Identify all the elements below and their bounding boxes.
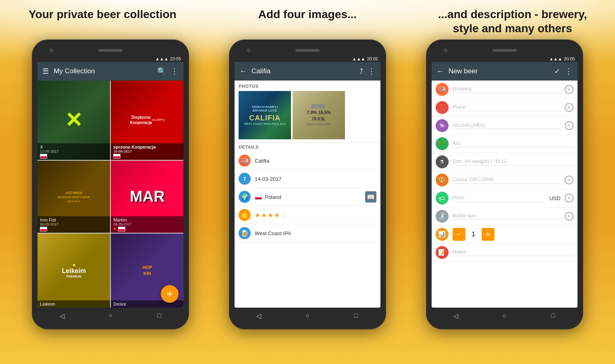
signal-icon: ▲▲▲ (155, 56, 168, 61)
bottle-add-btn[interactable]: + (565, 212, 573, 221)
home-nav-btn-3[interactable]: ○ (500, 311, 509, 321)
recent-nav-btn-1[interactable]: □ (154, 311, 164, 321)
share-icon[interactable]: ⤴ (359, 67, 363, 76)
search-icon[interactable]: 🔍 (157, 67, 166, 76)
book-icon[interactable]: 📖 (365, 191, 376, 203)
ibu-form-icon: 🌿 (436, 137, 449, 150)
date-detail: 14-03-2017 (255, 176, 376, 182)
star-1: ★ (255, 211, 260, 219)
star-2: ★ (261, 211, 267, 219)
country-flag (255, 195, 262, 200)
leikeim-img: ⚜ Leikeim PREMIUM (37, 234, 110, 308)
place-add-btn[interactable]: + (565, 103, 573, 112)
more-icon-2[interactable]: ⋮ (368, 67, 376, 76)
app-title-3: New beer (449, 67, 549, 75)
brewery-add-btn[interactable]: + (565, 85, 573, 94)
colour-field[interactable]: Colour EBC/SRM (453, 176, 561, 184)
recent-nav-btn-2[interactable]: □ (351, 311, 361, 321)
app-bar-3: ← New beer ✓ ⋮ (432, 62, 578, 81)
phones-row: ▲▲▲ 20:05 ☰ My Collection 🔍 ⋮ ✕ (0, 39, 615, 364)
back-nav-btn-3[interactable]: ◁ (451, 311, 461, 321)
flag-pl-1 (40, 154, 47, 159)
camera-icon (50, 48, 54, 52)
detail-califia: 🏭 Califia (239, 152, 376, 170)
quantity-row: 📊 − 1 + (432, 225, 578, 244)
form-colour: 🎨 Colour EBC/SRM + (432, 171, 578, 189)
quantity-minus-btn[interactable]: − (453, 228, 465, 241)
speaker-2 (295, 49, 320, 52)
rating-icon-detail: ⭐ (239, 209, 251, 221)
brewery-field[interactable]: Brewery (453, 86, 561, 93)
country-icon-detail: 🌍 (239, 191, 251, 203)
colour-add-btn[interactable]: + (565, 176, 573, 184)
style-icon-detail: 🍺 (239, 227, 251, 239)
phone-2-top (235, 47, 380, 54)
notes-field[interactable]: Notes (453, 249, 573, 256)
bottom-nav-3: ◁ ○ □ (432, 308, 578, 322)
style-detail: West Coast IPA (255, 230, 376, 236)
main-layout: Your private beer collection Add four im… (0, 0, 615, 364)
kooperacja-label: ≤przona Kooperacja 10-05-2017 (111, 143, 183, 160)
status-bar-2: ▲▲▲ 20:05 (235, 56, 380, 62)
app-bar-1: ☰ My Collection 🔍 ⋮ (37, 62, 183, 81)
date-icon-detail: 7 (239, 173, 251, 185)
place-field[interactable]: Place (453, 104, 561, 111)
app-bar-2: ← Califia ⤴ ⋮ (235, 62, 380, 81)
price-form-icon: 🏷 (436, 192, 449, 205)
status-time-2: 20:05 (367, 56, 378, 61)
star-5: ☆ (280, 211, 286, 219)
quantity-value: 1 (470, 231, 478, 238)
bottle-field[interactable]: Bottle size (453, 213, 561, 220)
hamburger-icon[interactable]: ☰ (42, 67, 49, 76)
grid-item-leikeim[interactable]: ⚜ Leikeim PREMIUM Leikeim (37, 234, 110, 308)
grid-item-ironfist[interactable]: ARTIWENSILESIAN CRAFT BEERESTD 2014 Iron… (37, 161, 110, 233)
new-beer-screen: 🏭 Brewery + 📍 Place + % Alcohol (ABV) (432, 81, 578, 308)
more-icon-1[interactable]: ⋮ (171, 67, 179, 76)
brewery-icon-detail: 🏭 (239, 155, 251, 167)
alcohol-field[interactable]: Alcohol (ABV) (453, 122, 561, 129)
grid-item-x[interactable]: ✕ X 11-05-2017 (37, 81, 110, 160)
detail-screen: PHOTOS TRZECH KUMPLIBROWAR LOTR CALIFIA … (235, 81, 380, 308)
back-nav-btn-2[interactable]: ◁ (254, 311, 264, 321)
home-nav-btn-2[interactable]: ○ (303, 311, 312, 321)
back-icon-2[interactable]: ← (239, 67, 247, 76)
beer-name-detail: Califia (255, 158, 376, 164)
extract-field[interactable]: Extr. (% weight) / °BLG (453, 158, 573, 165)
app-title-2: Califia (251, 67, 355, 75)
ibu-field[interactable]: IBU (453, 140, 573, 147)
alcohol-add-btn[interactable]: + (565, 121, 573, 130)
photo-2[interactable]: ▊▊▊▊▊ 7.0% 16.5% 70 0.5L West Coast IPA (293, 91, 345, 139)
flag-pl-3 (40, 227, 47, 232)
check-icon[interactable]: ✓ (554, 67, 560, 76)
recent-nav-btn-3[interactable]: □ (548, 311, 558, 321)
quantity-plus-btn[interactable]: + (482, 228, 494, 241)
marlon-label: Marlon 06-05-2017 ✕ (111, 216, 183, 233)
price-add-btn[interactable]: + (565, 194, 573, 203)
form-ibu: 🌿 IBU (432, 135, 578, 153)
photos-row: TRZECH KUMPLIBROWAR LOTR CALIFIA WEST CO… (239, 91, 376, 139)
details-section: DETAILS 🏭 Califia 7 14-03-2017 (235, 143, 380, 244)
signal-icon-3: ▲▲▲ (549, 56, 562, 61)
form-extract: ⚗ Extr. (% weight) / °BLG (432, 153, 578, 171)
home-nav-btn-1[interactable]: ○ (106, 311, 115, 321)
flag-pl-4 (118, 227, 125, 232)
bottom-nav-1: ◁ ○ □ (37, 308, 183, 322)
bottle-form-icon: 🍶 (436, 210, 449, 223)
star-4: ★ (274, 211, 280, 219)
more-icon-3[interactable]: ⋮ (565, 67, 573, 76)
form-notes: 📝 Notes (432, 244, 578, 262)
currency-label: USD (549, 195, 560, 201)
bottom-nav-2: ◁ ○ □ (235, 308, 380, 322)
price-field[interactable]: Price (453, 194, 546, 202)
photos-section: PHOTOS TRZECH KUMPLIBROWAR LOTR CALIFIA … (235, 81, 380, 143)
grid-item-marlon[interactable]: MAR Marlon 06-05-2017 ✕ (111, 161, 183, 233)
photo-1[interactable]: TRZECH KUMPLIBROWAR LOTR CALIFIA WEST CO… (239, 91, 291, 139)
grid-item-kooperacja[interactable]: DiepłzonaKooperacjaALIMPO ≤przona Kooper… (111, 81, 183, 160)
star-3: ★ (268, 211, 273, 219)
back-icon-3[interactable]: ← (436, 67, 444, 76)
fab-add-button[interactable]: + (161, 285, 179, 303)
phone-1: ▲▲▲ 20:05 ☰ My Collection 🔍 ⋮ ✕ (32, 39, 189, 329)
heading-2: Add four images... (227, 7, 388, 21)
speaker (98, 49, 123, 52)
back-nav-btn-1[interactable]: ◁ (57, 311, 67, 321)
